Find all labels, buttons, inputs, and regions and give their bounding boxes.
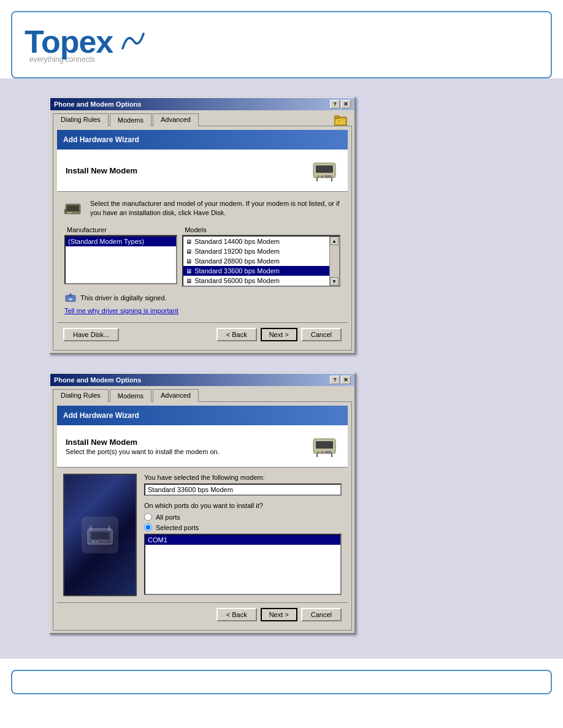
svg-rect-12 [67, 205, 79, 211]
model-33600-icon: 🖥 [186, 268, 192, 275]
model-28800-label: Standard 28800 bps Modem [194, 257, 280, 265]
manufacturer-header: Manufacturer [64, 225, 177, 235]
wizard2-back-button[interactable]: < Back [216, 608, 257, 621]
dialog1-help-btn[interactable]: ? [330, 100, 340, 108]
svg-marker-17 [68, 293, 73, 297]
driver-icon [64, 292, 77, 304]
dialog2-tabs: Dialing Rules Modems Advanced [50, 386, 354, 401]
dialog1: Phone and Modem Options ? ✕ [49, 97, 356, 354]
wizard1-title-section: Install New Modem [57, 150, 348, 192]
model-28800[interactable]: 🖥 Standard 28800 bps Modem [183, 256, 329, 266]
svg-rect-20 [316, 441, 333, 449]
header: Topex everything connects [11, 11, 552, 78]
manufacturer-item-standard[interactable]: (Standard Modem Types) [66, 237, 176, 246]
dialog2-wrapper: Phone and Modem Options ? ✕ Dialing Rule… [37, 373, 526, 634]
wizard2-buttons: < Back Next > Cancel [57, 602, 348, 626]
scroll-down-arrow[interactable]: ▼ [330, 277, 339, 286]
folder-icon-1 [332, 113, 350, 127]
wizard2-body: You have selected the following modem: S… [57, 468, 348, 602]
model-14400-label: Standard 14400 bps Modem [194, 238, 280, 245]
dialog2-help-btn[interactable]: ? [330, 376, 340, 384]
wizard2-title-section: Install New Modem Select the port(s) you… [57, 425, 348, 468]
model-56000-label: Standard 56000 bps Modem [194, 277, 280, 284]
wizard2-next-button[interactable]: Next > [261, 608, 297, 621]
dialog2-close-btn[interactable]: ✕ [341, 376, 351, 384]
wizard2: Add Hardware Wizard Install New Modem Se… [57, 406, 348, 626]
model-19200-icon: 🖥 [186, 248, 192, 255]
logo-text: Topex [25, 26, 140, 58]
scroll-track [330, 245, 339, 277]
driver-link[interactable]: Tell me why driver signing is important [64, 306, 340, 315]
tab-advanced[interactable]: Advanced [153, 113, 199, 126]
footer [11, 670, 552, 694]
svg-point-6 [317, 175, 320, 178]
models-items-area: 🖥 Standard 14400 bps Modem 🖥 Standard 19… [183, 237, 329, 286]
dialog2-tab-panel: Dialing Rules Modems Advanced Add Hardwa… [50, 386, 354, 631]
wizard2-modem-icon [310, 431, 339, 461]
svg-rect-18 [69, 298, 72, 300]
svg-rect-27 [91, 532, 109, 539]
scroll-up-arrow[interactable]: ▲ [330, 237, 339, 245]
model-28800-icon: 🖥 [186, 258, 192, 265]
model-33600-label: Standard 33600 bps Modem [194, 267, 280, 275]
wizard1-instruction-text: Select the manufacturer and model of you… [90, 199, 340, 218]
model-19200-label: Standard 19200 bps Modem [194, 248, 280, 255]
model-14400[interactable]: 🖥 Standard 14400 bps Modem [183, 237, 329, 246]
wizard2-cancel-button[interactable]: Cancel [301, 608, 342, 621]
model-33600[interactable]: 🖥 Standard 33600 bps Modem [183, 266, 329, 276]
models-list[interactable]: 🖥 Standard 14400 bps Modem 🖥 Standard 19… [182, 235, 340, 287]
dialog1-tab-content: Add Hardware Wizard Install New Modem [53, 126, 352, 351]
wizard2-title-left: Install New Modem Select the port(s) you… [66, 438, 220, 455]
radio-all-ports[interactable] [144, 513, 152, 521]
wizard1: Add Hardware Wizard Install New Modem [57, 130, 348, 346]
wizard1-title-left: Install New Modem [66, 166, 137, 175]
wizard1-modem-icon [310, 156, 339, 185]
dialog1-tab-panel: Dialing Rules Modems Advanced Add Hardwa… [50, 110, 354, 351]
tab-dialing-rules[interactable]: Dialing Rules [53, 113, 109, 126]
model-19200[interactable]: 🖥 Standard 19200 bps Modem [183, 246, 329, 256]
port-question: On which ports do you want to install it… [144, 502, 342, 509]
have-disk-area: Have Disk... [63, 328, 213, 341]
dialog2-tab-advanced[interactable]: Advanced [153, 389, 199, 402]
port-selection: You have selected the following modem: S… [144, 474, 342, 596]
svg-rect-23 [324, 451, 332, 453]
radio-selected-ports[interactable] [144, 523, 152, 531]
svg-rect-8 [324, 175, 332, 178]
wizard2-subtitle2: Select the port(s) you want to install t… [66, 448, 220, 455]
svg-point-7 [321, 175, 323, 178]
model-56000-icon: 🖥 [186, 278, 192, 284]
wizard1-subtitle: Install New Modem [66, 166, 137, 175]
radio-all-ports-label: All ports [156, 514, 180, 521]
wizard1-back-button[interactable]: < Back [216, 328, 257, 341]
dialog2-tab-dialing-rules[interactable]: Dialing Rules [53, 389, 109, 402]
wizard1-cancel-button[interactable]: Cancel [301, 328, 342, 341]
driver-link-anchor[interactable]: Tell me why driver signing is important [64, 307, 178, 314]
manufacturer-list[interactable]: (Standard Modem Types) [64, 235, 177, 284]
radio-selected-ports-label: Selected ports [156, 524, 199, 531]
dialog2-tab-modems[interactable]: Modems [110, 389, 151, 402]
wizard2-header: Add Hardware Wizard [57, 406, 348, 425]
tab-modems[interactable]: Modems [110, 113, 151, 126]
model-56000[interactable]: 🖥 Standard 56000 bps Modem [183, 276, 329, 286]
models-scrollbar[interactable]: ▲ ▼ [329, 237, 339, 286]
models-container: Models 🖥 Standard 14400 bps Modem [182, 225, 340, 287]
svg-point-29 [96, 540, 98, 543]
svg-point-21 [317, 451, 320, 453]
svg-rect-30 [90, 526, 92, 531]
wizard2-subtitle: Install New Modem [66, 438, 220, 447]
wizard1-next-button[interactable]: Next > [261, 328, 297, 341]
selected-modem-value: Standard 33600 bps Modem [144, 483, 342, 496]
radio-all-ports-row: All ports [144, 513, 342, 521]
driver-text: This driver is digitally signed. [80, 294, 167, 301]
folder-icons [332, 113, 350, 127]
dialog2-titlebar: Phone and Modem Options ? ✕ [50, 374, 354, 386]
dialog1-wrapper: Phone and Modem Options ? ✕ [37, 97, 526, 354]
have-disk-button[interactable]: Have Disk... [63, 328, 119, 341]
dialog1-close-btn[interactable]: ✕ [341, 100, 351, 108]
main-content: manuálshív.com Phone and Modem Options ?… [0, 78, 563, 659]
svg-rect-5 [316, 165, 333, 173]
svg-rect-31 [108, 526, 110, 531]
port-list[interactable]: COM1 [144, 534, 342, 595]
svg-rect-1 [334, 116, 339, 118]
port-list-com1[interactable]: COM1 [145, 535, 340, 545]
